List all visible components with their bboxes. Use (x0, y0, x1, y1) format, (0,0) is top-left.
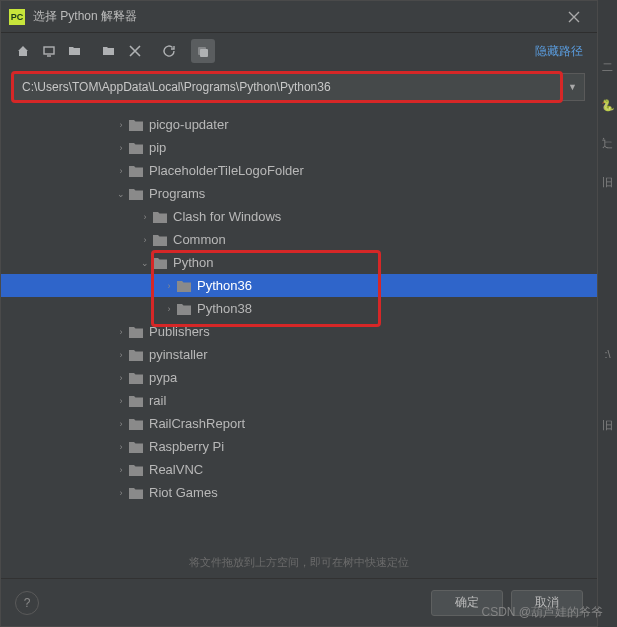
folder-icon (129, 349, 143, 361)
folder-icon (177, 303, 191, 315)
home-button[interactable] (11, 39, 35, 63)
folder-icon (129, 418, 143, 430)
hide-path-link[interactable]: 隐藏路径 (535, 43, 587, 60)
tree-node-label: Programs (149, 186, 205, 201)
tree-node[interactable]: ›Raspberry Pi (1, 435, 597, 458)
desktop-icon (42, 44, 56, 58)
tree-node-label: PlaceholderTileLogoFolder (149, 163, 304, 178)
tree-node[interactable]: ›pip (1, 136, 597, 159)
tree-node-label: RealVNC (149, 462, 203, 477)
tree-node[interactable]: ›picgo-updater (1, 113, 597, 136)
side-glyph: :\ (604, 348, 610, 360)
folder-plus-icon (68, 44, 82, 58)
side-glyph: 二 (602, 60, 613, 75)
chevron-down-icon: ▼ (568, 82, 577, 92)
tree-node-label: Python36 (197, 278, 252, 293)
help-button[interactable]: ? (15, 591, 39, 615)
tree-node[interactable]: ›pyinstaller (1, 343, 597, 366)
chevron-right-icon[interactable]: › (113, 373, 129, 383)
chevron-right-icon[interactable]: › (161, 281, 177, 291)
eye-icon (196, 44, 210, 58)
chevron-down-icon[interactable]: ⌄ (137, 258, 153, 268)
footer: ? 确定 取消 (1, 578, 597, 626)
tree-node[interactable]: ›Clash for Windows (1, 205, 597, 228)
tree-node-label: Python (173, 255, 213, 270)
folder-icon (129, 119, 143, 131)
side-glyph: 旧 (602, 418, 613, 433)
desktop-button[interactable] (37, 39, 61, 63)
chevron-right-icon[interactable]: › (113, 396, 129, 406)
drop-hint: 将文件拖放到上方空间，即可在树中快速定位 (1, 551, 597, 578)
tree-node[interactable]: ›Python36 (1, 274, 597, 297)
tree-node[interactable]: ›Python38 (1, 297, 597, 320)
tree-node-label: Clash for Windows (173, 209, 281, 224)
refresh-icon (162, 44, 176, 58)
close-icon (568, 11, 580, 23)
delete-icon (129, 45, 141, 57)
chevron-right-icon[interactable]: › (137, 212, 153, 222)
svg-rect-2 (200, 49, 208, 57)
tree-node[interactable]: ⌄Programs (1, 182, 597, 205)
chevron-right-icon[interactable]: › (113, 143, 129, 153)
tree-node[interactable]: ›Common (1, 228, 597, 251)
tree-node-label: pip (149, 140, 166, 155)
side-glyph: 旧 (602, 175, 613, 190)
tree-node[interactable]: ›RealVNC (1, 458, 597, 481)
chevron-right-icon[interactable]: › (113, 120, 129, 130)
chevron-right-icon[interactable]: › (161, 304, 177, 314)
chevron-right-icon[interactable]: › (113, 442, 129, 452)
tree-node-label: pyinstaller (149, 347, 208, 362)
tree-node-label: RailCrashReport (149, 416, 245, 431)
show-hidden-button[interactable] (191, 39, 215, 63)
folder-icon (129, 142, 143, 154)
home-icon (16, 44, 30, 58)
folder-icon (153, 257, 167, 269)
new-folder-button[interactable] (63, 39, 87, 63)
dialog-title: 选择 Python 解释器 (33, 8, 559, 25)
chevron-down-icon[interactable]: ⌄ (113, 189, 129, 199)
folder-icon (129, 165, 143, 177)
ok-button[interactable]: 确定 (431, 590, 503, 616)
tree-node-label: Python38 (197, 301, 252, 316)
chevron-right-icon[interactable]: › (137, 235, 153, 245)
pycharm-icon: PC (9, 9, 25, 25)
chevron-right-icon[interactable]: › (113, 166, 129, 176)
tree-node-label: Riot Games (149, 485, 218, 500)
history-dropdown[interactable]: ▼ (561, 73, 585, 101)
folder-icon (177, 280, 191, 292)
side-glyph: 辷 (602, 136, 613, 151)
chevron-right-icon[interactable]: › (113, 327, 129, 337)
cancel-button[interactable]: 取消 (511, 590, 583, 616)
side-strip: 二 🐍 辷 旧 :\ 旧 (598, 0, 617, 627)
folder-icon (153, 211, 167, 223)
folder-module-icon (102, 44, 116, 58)
tree-node[interactable]: ›Publishers (1, 320, 597, 343)
refresh-button[interactable] (157, 39, 181, 63)
delete-button[interactable] (123, 39, 147, 63)
path-input[interactable] (13, 73, 561, 101)
chevron-right-icon[interactable]: › (113, 465, 129, 475)
folder-icon (153, 234, 167, 246)
titlebar: PC 选择 Python 解释器 (1, 1, 597, 33)
tree-node[interactable]: ›Riot Games (1, 481, 597, 504)
tree-node[interactable]: ›PlaceholderTileLogoFolder (1, 159, 597, 182)
chevron-right-icon[interactable]: › (113, 488, 129, 498)
side-glyph: 🐍 (601, 99, 615, 112)
folder-icon (129, 441, 143, 453)
interpreter-dialog: PC 选择 Python 解释器 隐藏路径 ▼ ›picgo-updater›p… (0, 0, 598, 627)
toolbar: 隐藏路径 (1, 33, 597, 69)
chevron-right-icon[interactable]: › (113, 350, 129, 360)
tree-node[interactable]: ⌄Python (1, 251, 597, 274)
file-tree[interactable]: ›picgo-updater›pip›PlaceholderTileLogoFo… (1, 109, 597, 551)
tree-node-label: Common (173, 232, 226, 247)
module-button[interactable] (97, 39, 121, 63)
folder-icon (129, 487, 143, 499)
tree-node[interactable]: ›RailCrashReport (1, 412, 597, 435)
folder-icon (129, 395, 143, 407)
close-button[interactable] (559, 2, 589, 32)
chevron-right-icon[interactable]: › (113, 419, 129, 429)
tree-node[interactable]: ›rail (1, 389, 597, 412)
tree-node[interactable]: ›pypa (1, 366, 597, 389)
svg-rect-0 (44, 47, 54, 54)
tree-node-label: pypa (149, 370, 177, 385)
